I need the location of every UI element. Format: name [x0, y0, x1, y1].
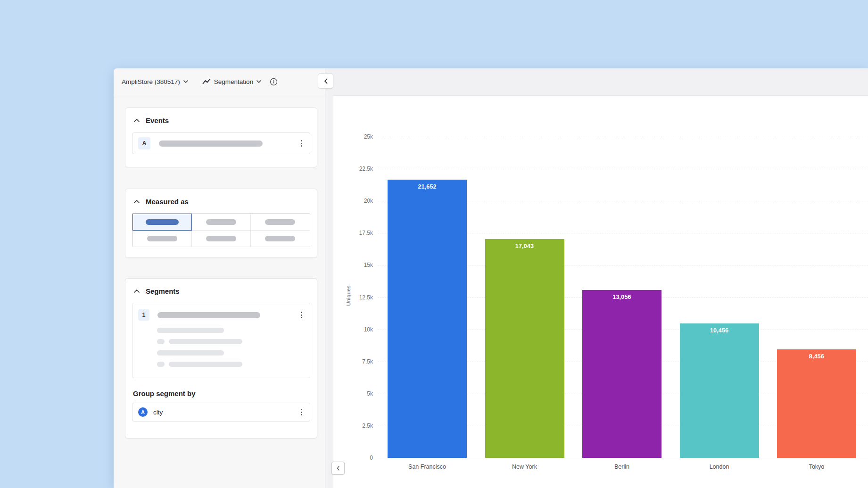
placeholder-pill	[157, 312, 260, 318]
y-axis-tick-label: 0	[340, 455, 373, 461]
measured-as-option[interactable]	[250, 230, 310, 247]
x-axis-label: London	[682, 463, 757, 470]
placeholder-pill	[146, 219, 179, 225]
placeholder-pill	[169, 339, 242, 344]
x-axis-label: San Francisco	[389, 463, 465, 470]
segments-section-header[interactable]: Segments	[132, 287, 310, 295]
segments-section-title: Segments	[146, 287, 180, 295]
placeholder-pill	[147, 236, 177, 241]
placeholder-pill	[206, 219, 236, 225]
project-selector-label: AmpliStore (380517)	[122, 78, 180, 85]
bar-value-label: 17,043	[485, 243, 564, 249]
chevron-left-icon	[337, 466, 339, 471]
chevron-down-icon	[183, 80, 188, 83]
measured-as-panel: Measured as	[125, 189, 317, 258]
bar-value-label: 21,652	[388, 183, 467, 190]
y-axis-tick-label: 22.5k	[340, 165, 373, 172]
gridline	[378, 169, 868, 169]
y-axis-tick-label: 25k	[340, 133, 373, 140]
bar-berlin[interactable]	[582, 290, 661, 458]
segment-card[interactable]: 1	[132, 303, 310, 378]
sidebar-collapse-button[interactable]	[318, 73, 333, 89]
y-axis-tick-label: 20k	[340, 198, 373, 204]
placeholder-pill	[206, 236, 236, 241]
y-axis-tick-label: 15k	[340, 262, 373, 268]
measured-as-option[interactable]	[250, 214, 310, 231]
y-axis-tick-label: 17.5k	[340, 230, 373, 236]
chevron-left-icon	[324, 78, 328, 84]
measured-as-section-title: Measured as	[146, 198, 189, 206]
measured-as-option-selected[interactable]	[132, 214, 192, 231]
bar-value-label: 13,056	[582, 294, 661, 300]
gridline	[378, 137, 868, 137]
chart-type-label: Segmentation	[214, 78, 253, 85]
segments-panel: Segments 1 Group segment by A city	[125, 278, 317, 438]
y-axis-tick-label: 10k	[340, 326, 373, 333]
x-axis-label: New York	[487, 463, 562, 470]
y-axis-title: Uniques	[346, 277, 351, 314]
events-panel: Events A	[125, 108, 317, 167]
bar-london[interactable]	[680, 323, 759, 458]
placeholder-pill	[265, 236, 295, 241]
project-selector[interactable]: AmpliStore (380517)	[122, 78, 188, 85]
info-icon[interactable]	[270, 78, 278, 86]
kebab-menu-icon[interactable]	[299, 310, 304, 320]
bar-new-york[interactable]	[485, 239, 564, 458]
events-section-title: Events	[146, 116, 169, 124]
x-axis-label: Berlin	[584, 463, 660, 470]
chart-type-selector[interactable]: Segmentation	[202, 78, 261, 85]
sidebar: AmpliStore (380517) Segmentation	[114, 68, 325, 488]
group-segment-by-label: Group segment by	[132, 389, 310, 397]
kebab-menu-icon[interactable]	[299, 407, 304, 417]
bar-san-francisco[interactable]	[388, 180, 467, 458]
placeholder-pill	[169, 362, 242, 367]
sidebar-header: AmpliStore (380517) Segmentation	[114, 68, 325, 95]
events-section-header[interactable]: Events	[132, 116, 310, 124]
event-badge: A	[138, 137, 150, 149]
y-axis-tick-label: 7.5k	[340, 358, 373, 365]
main-content: 02.5k5k7.5k10k12.5k15k17.5k20k22.5k25kUn…	[325, 68, 868, 488]
group-by-selector[interactable]: A city	[132, 403, 310, 422]
y-axis-tick-label: 5k	[340, 390, 373, 397]
chevron-up-icon	[134, 200, 140, 203]
segment-badge: 1	[138, 309, 149, 321]
placeholder-pill	[159, 141, 263, 147]
app-window: AmpliStore (380517) Segmentation	[114, 68, 868, 488]
chevron-up-icon	[134, 289, 140, 293]
placeholder-pill	[157, 328, 224, 333]
placeholder-pill	[157, 339, 165, 344]
measured-as-option[interactable]	[132, 230, 192, 247]
property-type-icon: A	[138, 407, 148, 417]
event-row[interactable]: A	[132, 132, 310, 154]
measured-as-option[interactable]	[191, 214, 251, 231]
chart-footer-collapse-button[interactable]	[331, 462, 345, 475]
placeholder-pill	[265, 219, 295, 225]
bar-value-label: 8,456	[777, 353, 856, 360]
kebab-menu-icon[interactable]	[299, 138, 304, 149]
measured-as-option[interactable]	[191, 230, 251, 247]
chevron-down-icon	[256, 80, 261, 83]
y-axis-tick-label: 12.5k	[340, 294, 373, 301]
group-by-value: city	[153, 409, 163, 416]
gridline	[378, 458, 868, 458]
chevron-up-icon	[134, 119, 140, 122]
measured-as-section-header[interactable]: Measured as	[132, 198, 310, 206]
line-chart-icon	[202, 79, 211, 84]
placeholder-pill	[157, 350, 224, 356]
bar-tokyo[interactable]	[777, 349, 856, 458]
bar-value-label: 10,456	[680, 327, 759, 334]
placeholder-pill	[157, 362, 165, 367]
x-axis-label: Tokyo	[779, 463, 854, 470]
bar-chart-plot: 02.5k5k7.5k10k12.5k15k17.5k20k22.5k25kUn…	[333, 95, 868, 488]
measured-as-options-grid	[132, 213, 310, 247]
y-axis-tick-label: 2.5k	[340, 422, 373, 429]
